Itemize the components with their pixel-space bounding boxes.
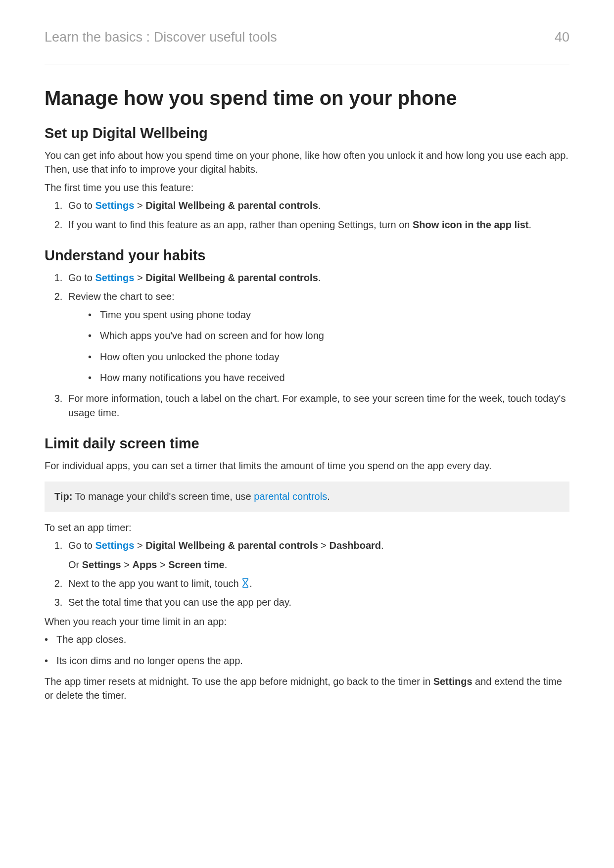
list-item: If you want to find this feature as an a… — [65, 218, 569, 232]
hourglass-icon — [241, 578, 249, 588]
settings-link[interactable]: Settings — [95, 200, 134, 211]
section3-para2: To set an app timer: — [45, 521, 569, 534]
list-item: How many notifications you have received — [88, 371, 569, 385]
settings-link[interactable]: Settings — [95, 272, 134, 283]
text: . — [318, 200, 321, 211]
text: > — [318, 540, 330, 551]
text: . — [249, 578, 252, 589]
text: > — [121, 559, 133, 570]
text: Go to — [68, 540, 95, 551]
nav-path-bold: Digital Wellbeing & parental controls — [145, 200, 318, 211]
text: . — [327, 491, 330, 502]
text: The app timer resets at midnight. To use… — [45, 676, 433, 687]
nav-path-bold: Digital Wellbeing & parental controls — [145, 540, 318, 551]
text: . — [528, 219, 531, 230]
parental-controls-link[interactable]: parental controls — [254, 491, 327, 502]
settings-link[interactable]: Settings — [95, 540, 134, 551]
list-item: Go to Settings > Digital Wellbeing & par… — [65, 538, 569, 572]
section3-para1: For individual apps, you can set a timer… — [45, 459, 569, 473]
list-item: Its icon dims and no longer opens the ap… — [45, 654, 569, 668]
nav-path-bold: Dashboard — [330, 540, 381, 551]
list-item: Review the chart to see: Time you spent … — [65, 289, 569, 385]
section-heading-setup: Set up Digital Wellbeing — [45, 125, 569, 142]
list-item: Set the total time that you can use the … — [65, 595, 569, 609]
list-item: Next to the app you want to limit, touch… — [65, 577, 569, 590]
section2-bullets: Time you spent using phone today Which a… — [68, 308, 569, 385]
text: . — [225, 559, 228, 570]
nav-path-bold: Screen time — [168, 559, 224, 570]
text: If you want to find this feature as an a… — [68, 219, 413, 230]
tip-callout: Tip: To manage your child's screen time,… — [45, 482, 569, 511]
text: Or — [68, 559, 82, 570]
page-number: 40 — [555, 30, 569, 45]
nav-path-bold: Settings — [433, 676, 472, 687]
section1-steps: Go to Settings > Digital Wellbeing & par… — [45, 198, 569, 232]
page-header: Learn the basics : Discover useful tools… — [45, 30, 569, 64]
list-item: Time you spent using phone today — [88, 308, 569, 322]
text: To manage your child's screen time, use — [72, 491, 254, 502]
breadcrumb: Learn the basics : Discover useful tools — [45, 30, 277, 45]
section1-para1: You can get info about how you spend tim… — [45, 148, 569, 177]
list-item: Go to Settings > Digital Wellbeing & par… — [65, 271, 569, 285]
nav-path-bold: Digital Wellbeing & parental controls — [145, 272, 318, 283]
text: Go to — [68, 200, 95, 211]
nav-path-bold: Settings — [82, 559, 121, 570]
page-title: Manage how you spend time on your phone — [45, 87, 569, 109]
text: Go to — [68, 272, 95, 283]
section3-steps: Go to Settings > Digital Wellbeing & par… — [45, 538, 569, 610]
document-page: Learn the basics : Discover useful tools… — [0, 0, 614, 868]
text: Review the chart to see: — [68, 291, 175, 302]
text: > — [134, 540, 145, 551]
nav-path-bold: Apps — [132, 559, 157, 570]
text: > — [157, 559, 168, 570]
section2-steps: Go to Settings > Digital Wellbeing & par… — [45, 271, 569, 420]
section3-para3: When you reach your time limit in an app… — [45, 615, 569, 628]
list-item: How often you unlocked the phone today — [88, 350, 569, 364]
list-item: Go to Settings > Digital Wellbeing & par… — [65, 198, 569, 212]
section-heading-limit: Limit daily screen time — [45, 435, 569, 452]
section-heading-understand: Understand your habits — [45, 247, 569, 264]
list-item: Which apps you've had on screen and for … — [88, 329, 569, 342]
text: > — [134, 272, 145, 283]
text: Next to the app you want to limit, touch — [68, 578, 241, 589]
text: > — [134, 200, 145, 211]
option-name-bold: Show icon in the app list — [413, 219, 528, 230]
section3-para4: The app timer resets at midnight. To use… — [45, 675, 569, 703]
list-item: For more information, touch a label on t… — [65, 391, 569, 420]
text: . — [318, 272, 321, 283]
limit-bullets: The app closes. Its icon dims and no lon… — [45, 632, 569, 668]
text: . — [381, 540, 384, 551]
tip-label: Tip: — [54, 491, 72, 502]
list-item: The app closes. — [45, 632, 569, 646]
section1-para2: The first time you use this feature: — [45, 181, 569, 194]
